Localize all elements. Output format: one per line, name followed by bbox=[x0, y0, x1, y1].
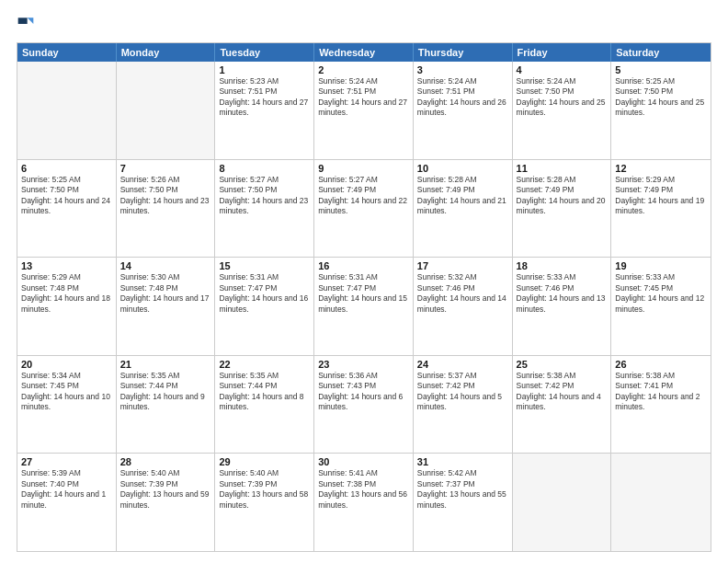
calendar-cell bbox=[117, 62, 216, 159]
weekday-header: Wednesday bbox=[314, 43, 414, 62]
cell-info: Daylight: 13 hours and 59 minutes. bbox=[120, 489, 211, 511]
cell-info: Sunset: 7:42 PM bbox=[417, 381, 508, 391]
day-number: 2 bbox=[318, 64, 409, 75]
day-number: 19 bbox=[615, 260, 707, 271]
day-number: 24 bbox=[417, 359, 508, 370]
cell-info: Daylight: 14 hours and 6 minutes. bbox=[318, 392, 409, 413]
calendar-cell: 30Sunrise: 5:41 AMSunset: 7:38 PMDayligh… bbox=[314, 454, 414, 551]
cell-info: Sunrise: 5:34 AM bbox=[21, 371, 112, 381]
svg-marker-0 bbox=[28, 17, 34, 24]
calendar-cell bbox=[611, 454, 711, 551]
day-number: 29 bbox=[219, 456, 310, 467]
calendar-header: SundayMondayTuesdayWednesdayThursdayFrid… bbox=[17, 43, 711, 62]
cell-info: Sunrise: 5:35 AM bbox=[219, 371, 310, 381]
calendar-cell: 14Sunrise: 5:30 AMSunset: 7:48 PMDayligh… bbox=[117, 258, 216, 355]
cell-info: Sunset: 7:49 PM bbox=[318, 185, 409, 195]
calendar: SundayMondayTuesdayWednesdayThursdayFrid… bbox=[17, 42, 711, 552]
calendar-cell: 20Sunrise: 5:34 AMSunset: 7:45 PMDayligh… bbox=[17, 356, 117, 454]
cell-info: Sunrise: 5:42 AM bbox=[417, 468, 508, 478]
cell-info: Sunrise: 5:31 AM bbox=[318, 272, 409, 282]
header bbox=[17, 15, 711, 33]
calendar-cell bbox=[513, 454, 612, 551]
day-number: 25 bbox=[517, 359, 608, 370]
day-number: 12 bbox=[615, 163, 707, 174]
calendar-cell: 24Sunrise: 5:37 AMSunset: 7:42 PMDayligh… bbox=[414, 356, 513, 454]
cell-info: Sunset: 7:39 PM bbox=[120, 479, 211, 489]
cell-info: Sunrise: 5:33 AM bbox=[615, 272, 707, 282]
day-number: 31 bbox=[417, 456, 508, 467]
cell-info: Sunrise: 5:28 AM bbox=[517, 175, 608, 185]
cell-info: Sunset: 7:50 PM bbox=[517, 86, 608, 97]
cell-info: Sunset: 7:41 PM bbox=[615, 381, 707, 391]
cell-info: Daylight: 14 hours and 19 minutes. bbox=[615, 196, 707, 217]
cell-info: Daylight: 13 hours and 55 minutes. bbox=[417, 489, 508, 511]
calendar-cell: 9Sunrise: 5:27 AMSunset: 7:49 PMDaylight… bbox=[314, 160, 414, 258]
cell-info: Sunset: 7:40 PM bbox=[21, 479, 112, 489]
cell-info: Sunset: 7:50 PM bbox=[21, 185, 112, 195]
calendar-row: 1Sunrise: 5:23 AMSunset: 7:51 PMDaylight… bbox=[17, 62, 711, 159]
cell-info: Sunrise: 5:37 AM bbox=[417, 371, 508, 381]
calendar-cell: 25Sunrise: 5:38 AMSunset: 7:42 PMDayligh… bbox=[513, 356, 612, 454]
calendar-cell: 11Sunrise: 5:28 AMSunset: 7:49 PMDayligh… bbox=[513, 160, 612, 258]
cell-info: Sunset: 7:38 PM bbox=[318, 479, 409, 489]
calendar-cell: 2Sunrise: 5:24 AMSunset: 7:51 PMDaylight… bbox=[314, 62, 414, 159]
cell-info: Sunrise: 5:41 AM bbox=[318, 468, 409, 478]
day-number: 10 bbox=[417, 163, 508, 174]
calendar-cell: 17Sunrise: 5:32 AMSunset: 7:46 PMDayligh… bbox=[414, 258, 513, 355]
cell-info: Sunset: 7:45 PM bbox=[21, 381, 112, 391]
calendar-cell: 10Sunrise: 5:28 AMSunset: 7:49 PMDayligh… bbox=[414, 160, 513, 258]
cell-info: Sunset: 7:50 PM bbox=[615, 86, 707, 97]
cell-info: Sunrise: 5:25 AM bbox=[21, 175, 112, 185]
weekday-header: Thursday bbox=[414, 43, 513, 62]
calendar-cell: 13Sunrise: 5:29 AMSunset: 7:48 PMDayligh… bbox=[17, 258, 117, 355]
day-number: 26 bbox=[615, 359, 707, 370]
cell-info: Daylight: 14 hours and 5 minutes. bbox=[417, 392, 508, 413]
logo bbox=[17, 15, 37, 33]
cell-info: Sunrise: 5:27 AM bbox=[318, 175, 409, 185]
cell-info: Sunrise: 5:29 AM bbox=[21, 272, 112, 282]
calendar-row: 6Sunrise: 5:25 AMSunset: 7:50 PMDaylight… bbox=[17, 159, 711, 258]
cell-info: Sunrise: 5:33 AM bbox=[517, 272, 608, 282]
cell-info: Sunset: 7:42 PM bbox=[517, 381, 608, 391]
cell-info: Daylight: 14 hours and 17 minutes. bbox=[120, 293, 211, 315]
cell-info: Sunset: 7:47 PM bbox=[318, 283, 409, 293]
cell-info: Sunset: 7:45 PM bbox=[615, 283, 707, 293]
cell-info: Daylight: 14 hours and 1 minute. bbox=[21, 489, 112, 511]
cell-info: Daylight: 14 hours and 9 minutes. bbox=[120, 392, 211, 413]
cell-info: Sunrise: 5:38 AM bbox=[517, 371, 608, 381]
cell-info: Daylight: 13 hours and 56 minutes. bbox=[318, 489, 409, 511]
day-number: 4 bbox=[517, 64, 608, 75]
cell-info: Sunset: 7:47 PM bbox=[219, 283, 310, 293]
calendar-cell: 31Sunrise: 5:42 AMSunset: 7:37 PMDayligh… bbox=[414, 454, 513, 551]
cell-info: Sunset: 7:46 PM bbox=[417, 283, 508, 293]
weekday-header: Monday bbox=[117, 43, 216, 62]
cell-info: Daylight: 14 hours and 21 minutes. bbox=[417, 196, 508, 217]
cell-info: Daylight: 14 hours and 15 minutes. bbox=[318, 293, 409, 315]
cell-info: Sunset: 7:51 PM bbox=[417, 86, 508, 97]
calendar-cell: 23Sunrise: 5:36 AMSunset: 7:43 PMDayligh… bbox=[314, 356, 414, 454]
cell-info: Sunset: 7:51 PM bbox=[318, 86, 409, 97]
calendar-cell: 4Sunrise: 5:24 AMSunset: 7:50 PMDaylight… bbox=[513, 62, 612, 159]
cell-info: Daylight: 14 hours and 22 minutes. bbox=[318, 196, 409, 217]
cell-info: Daylight: 14 hours and 26 minutes. bbox=[417, 98, 508, 119]
cell-info: Sunset: 7:50 PM bbox=[120, 185, 211, 195]
cell-info: Sunrise: 5:40 AM bbox=[120, 468, 211, 478]
weekday-header: Friday bbox=[513, 43, 612, 62]
cell-info: Sunrise: 5:24 AM bbox=[318, 76, 409, 86]
calendar-cell: 28Sunrise: 5:40 AMSunset: 7:39 PMDayligh… bbox=[117, 454, 216, 551]
weekday-header: Saturday bbox=[611, 43, 711, 62]
cell-info: Daylight: 13 hours and 58 minutes. bbox=[219, 489, 310, 511]
day-number: 7 bbox=[120, 163, 211, 174]
cell-info: Sunset: 7:51 PM bbox=[219, 86, 310, 97]
day-number: 6 bbox=[21, 163, 112, 174]
day-number: 18 bbox=[517, 260, 608, 271]
day-number: 30 bbox=[318, 456, 409, 467]
cell-info: Sunrise: 5:38 AM bbox=[615, 371, 707, 381]
calendar-cell: 27Sunrise: 5:39 AMSunset: 7:40 PMDayligh… bbox=[17, 454, 117, 551]
cell-info: Sunrise: 5:26 AM bbox=[120, 175, 211, 185]
cell-info: Sunset: 7:49 PM bbox=[615, 185, 707, 195]
calendar-row: 27Sunrise: 5:39 AMSunset: 7:40 PMDayligh… bbox=[17, 453, 711, 551]
day-number: 22 bbox=[219, 359, 310, 370]
calendar-cell: 15Sunrise: 5:31 AMSunset: 7:47 PMDayligh… bbox=[215, 258, 314, 355]
logo-icon bbox=[17, 15, 35, 33]
